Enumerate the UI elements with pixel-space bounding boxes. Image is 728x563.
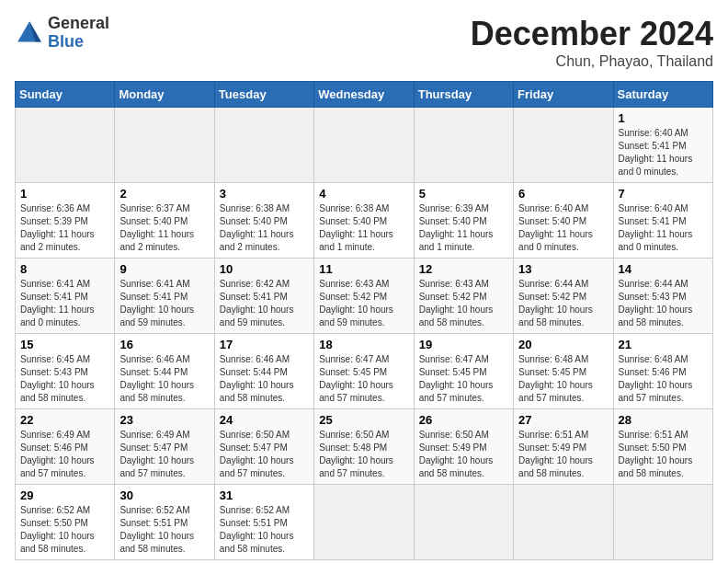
calendar-cell: 15Sunrise: 6:45 AMSunset: 5:43 PMDayligh… — [16, 334, 115, 409]
calendar-cell: 24Sunrise: 6:50 AMSunset: 5:47 PMDayligh… — [214, 409, 313, 485]
calendar-week-2: 1Sunrise: 6:36 AMSunset: 5:39 PMDaylight… — [16, 183, 713, 259]
calendar-cell: 21Sunrise: 6:48 AMSunset: 5:46 PMDayligh… — [613, 334, 712, 409]
logo-text: General Blue — [48, 15, 109, 52]
calendar-cell — [314, 485, 414, 560]
calendar-cell: 30Sunrise: 6:52 AMSunset: 5:51 PMDayligh… — [115, 485, 214, 560]
day-number: 11 — [319, 262, 408, 276]
day-info: Sunrise: 6:39 AMSunset: 5:40 PMDaylight:… — [419, 202, 508, 254]
logo: General Blue — [15, 15, 109, 52]
calendar-cell — [414, 485, 513, 560]
day-number: 29 — [20, 488, 109, 502]
day-header-friday: Friday — [514, 82, 613, 108]
calendar-cell: 1Sunrise: 6:40 AMSunset: 5:41 PMDaylight… — [613, 108, 712, 183]
day-number: 31 — [220, 488, 309, 502]
day-info: Sunrise: 6:43 AMSunset: 5:42 PMDaylight:… — [319, 278, 408, 329]
calendar-cell: 29Sunrise: 6:52 AMSunset: 5:50 PMDayligh… — [16, 485, 115, 560]
calendar-week-4: 15Sunrise: 6:45 AMSunset: 5:43 PMDayligh… — [16, 334, 713, 409]
calendar-cell: 10Sunrise: 6:42 AMSunset: 5:41 PMDayligh… — [214, 259, 313, 334]
day-number: 15 — [20, 338, 109, 351]
day-header-saturday: Saturday — [613, 82, 712, 108]
calendar-week-5: 22Sunrise: 6:49 AMSunset: 5:46 PMDayligh… — [16, 409, 713, 485]
day-number: 14 — [619, 262, 708, 276]
day-header-sunday: Sunday — [16, 82, 115, 108]
calendar-cell: 20Sunrise: 6:48 AMSunset: 5:45 PMDayligh… — [514, 334, 613, 409]
day-info: Sunrise: 6:42 AMSunset: 5:41 PMDaylight:… — [220, 278, 309, 329]
day-info: Sunrise: 6:50 AMSunset: 5:47 PMDaylight:… — [220, 429, 309, 480]
calendar-cell: 6Sunrise: 6:40 AMSunset: 5:40 PMDaylight… — [514, 183, 613, 259]
calendar-cell: 5Sunrise: 6:39 AMSunset: 5:40 PMDaylight… — [414, 183, 513, 259]
day-header-wednesday: Wednesday — [314, 82, 414, 108]
day-number: 17 — [220, 338, 309, 351]
calendar-cell: 11Sunrise: 6:43 AMSunset: 5:42 PMDayligh… — [314, 259, 414, 334]
calendar-cell — [414, 108, 513, 183]
logo-icon — [15, 18, 44, 48]
day-number: 25 — [319, 413, 408, 427]
day-number: 24 — [220, 413, 309, 427]
day-number: 30 — [119, 488, 209, 502]
calendar-cell: 17Sunrise: 6:46 AMSunset: 5:44 PMDayligh… — [214, 334, 313, 409]
location-title: Chun, Phayao, Thailand — [471, 53, 713, 70]
day-info: Sunrise: 6:37 AMSunset: 5:40 PMDaylight:… — [119, 202, 209, 254]
calendar-cell: 28Sunrise: 6:51 AMSunset: 5:50 PMDayligh… — [613, 409, 712, 485]
calendar-cell — [514, 108, 613, 183]
day-info: Sunrise: 6:48 AMSunset: 5:45 PMDaylight:… — [518, 353, 608, 405]
calendar-cell — [16, 108, 115, 183]
calendar-cell: 25Sunrise: 6:50 AMSunset: 5:48 PMDayligh… — [314, 409, 414, 485]
day-number: 7 — [619, 187, 708, 201]
calendar-cell: 18Sunrise: 6:47 AMSunset: 5:45 PMDayligh… — [314, 334, 414, 409]
day-info: Sunrise: 6:47 AMSunset: 5:45 PMDaylight:… — [419, 353, 508, 405]
day-info: Sunrise: 6:38 AMSunset: 5:40 PMDaylight:… — [319, 202, 408, 254]
day-number: 1 — [619, 111, 708, 125]
calendar-cell: 22Sunrise: 6:49 AMSunset: 5:46 PMDayligh… — [16, 409, 115, 485]
day-info: Sunrise: 6:41 AMSunset: 5:41 PMDaylight:… — [119, 278, 209, 329]
day-info: Sunrise: 6:43 AMSunset: 5:42 PMDaylight:… — [419, 278, 508, 329]
day-info: Sunrise: 6:50 AMSunset: 5:48 PMDaylight:… — [319, 429, 408, 480]
day-number: 12 — [419, 262, 508, 276]
day-number: 13 — [518, 262, 608, 276]
day-header-tuesday: Tuesday — [214, 82, 313, 108]
day-number: 27 — [518, 413, 608, 427]
day-info: Sunrise: 6:36 AMSunset: 5:39 PMDaylight:… — [20, 202, 109, 254]
day-info: Sunrise: 6:52 AMSunset: 5:50 PMDaylight:… — [20, 504, 109, 556]
day-info: Sunrise: 6:41 AMSunset: 5:41 PMDaylight:… — [20, 278, 109, 329]
day-info: Sunrise: 6:40 AMSunset: 5:41 PMDaylight:… — [619, 127, 708, 178]
day-info: Sunrise: 6:38 AMSunset: 5:40 PMDaylight:… — [220, 202, 309, 254]
day-info: Sunrise: 6:51 AMSunset: 5:50 PMDaylight:… — [619, 429, 708, 480]
day-info: Sunrise: 6:52 AMSunset: 5:51 PMDaylight:… — [220, 504, 309, 556]
day-number: 8 — [20, 262, 109, 276]
day-number: 19 — [419, 338, 508, 351]
day-number: 18 — [319, 338, 408, 351]
day-info: Sunrise: 6:51 AMSunset: 5:49 PMDaylight:… — [518, 429, 608, 480]
day-header-thursday: Thursday — [414, 82, 513, 108]
day-info: Sunrise: 6:45 AMSunset: 5:43 PMDaylight:… — [20, 353, 109, 405]
calendar-cell — [314, 108, 414, 183]
day-number: 28 — [619, 413, 708, 427]
day-info: Sunrise: 6:48 AMSunset: 5:46 PMDaylight:… — [619, 353, 708, 405]
calendar-cell — [115, 108, 214, 183]
day-info: Sunrise: 6:49 AMSunset: 5:46 PMDaylight:… — [20, 429, 109, 480]
day-number: 21 — [619, 338, 708, 351]
day-info: Sunrise: 6:46 AMSunset: 5:44 PMDaylight:… — [220, 353, 309, 405]
calendar-cell: 31Sunrise: 6:52 AMSunset: 5:51 PMDayligh… — [214, 485, 313, 560]
calendar-cell — [613, 485, 712, 560]
day-number: 5 — [419, 187, 508, 201]
day-header-monday: Monday — [115, 82, 214, 108]
calendar-cell: 7Sunrise: 6:40 AMSunset: 5:41 PMDaylight… — [613, 183, 712, 259]
day-info: Sunrise: 6:50 AMSunset: 5:49 PMDaylight:… — [419, 429, 508, 480]
day-number: 4 — [319, 187, 408, 201]
title-section: December 2024 Chun, Phayao, Thailand — [471, 15, 713, 70]
calendar-cell: 27Sunrise: 6:51 AMSunset: 5:49 PMDayligh… — [514, 409, 613, 485]
calendar-cell: 1Sunrise: 6:36 AMSunset: 5:39 PMDaylight… — [16, 183, 115, 259]
day-number: 23 — [119, 413, 209, 427]
day-number: 3 — [220, 187, 309, 201]
calendar-cell: 12Sunrise: 6:43 AMSunset: 5:42 PMDayligh… — [414, 259, 513, 334]
day-info: Sunrise: 6:40 AMSunset: 5:40 PMDaylight:… — [518, 202, 608, 254]
calendar-cell: 16Sunrise: 6:46 AMSunset: 5:44 PMDayligh… — [115, 334, 214, 409]
calendar-week-6: 29Sunrise: 6:52 AMSunset: 5:50 PMDayligh… — [16, 485, 713, 560]
day-number: 1 — [20, 187, 109, 201]
day-number: 20 — [518, 338, 608, 351]
day-info: Sunrise: 6:44 AMSunset: 5:43 PMDaylight:… — [619, 278, 708, 329]
calendar-table: SundayMondayTuesdayWednesdayThursdayFrid… — [15, 81, 713, 560]
day-number: 10 — [220, 262, 309, 276]
calendar-cell: 23Sunrise: 6:49 AMSunset: 5:47 PMDayligh… — [115, 409, 214, 485]
